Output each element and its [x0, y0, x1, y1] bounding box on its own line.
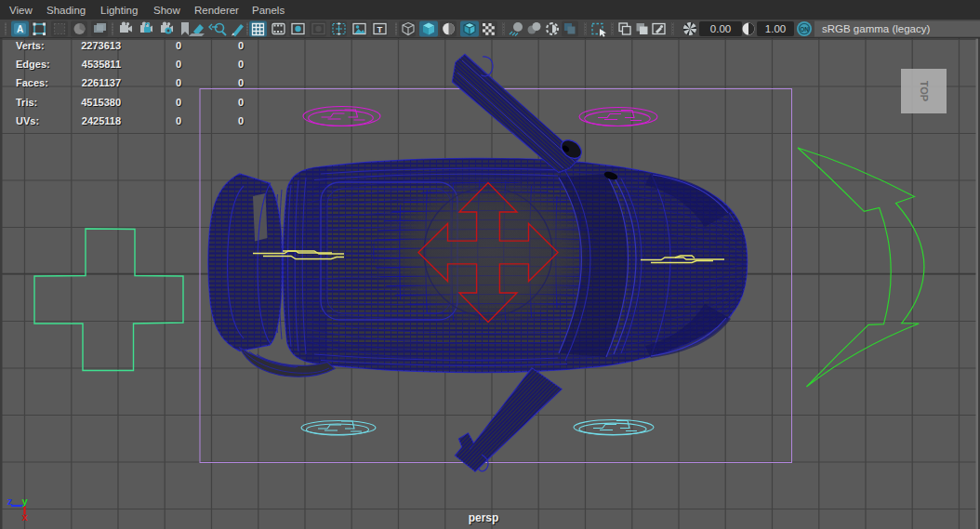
svg-text:0: 0 — [238, 40, 244, 51]
svg-text:Faces:: Faces: — [16, 77, 48, 88]
svg-text:T: T — [377, 24, 383, 34]
svg-text:Lighting: Lighting — [100, 5, 138, 16]
svg-text:0.00: 0.00 — [710, 23, 731, 34]
svg-text:z: z — [7, 496, 13, 507]
svg-text:0: 0 — [238, 77, 244, 88]
svg-text:View: View — [9, 5, 33, 16]
svg-text:x: x — [21, 511, 28, 522]
svg-text:0: 0 — [238, 97, 244, 108]
svg-text:UVs:: UVs: — [16, 115, 39, 126]
svg-text:0: 0 — [176, 40, 181, 51]
svg-text:4535811: 4535811 — [82, 59, 121, 70]
svg-text:Tris:: Tris: — [16, 97, 37, 108]
svg-text:0: 0 — [176, 77, 181, 88]
svg-text:4515380: 4515380 — [81, 97, 121, 108]
svg-text:Show: Show — [153, 5, 180, 16]
svg-text:0: 0 — [176, 97, 181, 108]
svg-text:Renderer: Renderer — [194, 5, 239, 16]
svg-text:persp: persp — [469, 511, 499, 524]
svg-text:ON: ON — [800, 26, 809, 33]
svg-text:0: 0 — [238, 115, 244, 126]
svg-text:2273613: 2273613 — [81, 40, 121, 51]
svg-text:y: y — [21, 496, 28, 507]
svg-text:2425118: 2425118 — [82, 115, 121, 126]
svg-text:0: 0 — [176, 115, 181, 126]
svg-text:Verts:: Verts: — [16, 40, 45, 51]
svg-text:A: A — [17, 24, 23, 34]
svg-text:1.00: 1.00 — [765, 23, 786, 34]
svg-text:0: 0 — [176, 59, 181, 70]
svg-text:TOP: TOP — [919, 81, 930, 101]
svg-text:Panels: Panels — [252, 5, 285, 16]
svg-text:2261137: 2261137 — [82, 77, 121, 88]
svg-text:Edges:: Edges: — [16, 59, 50, 70]
svg-text:sRGB gamma (legacy): sRGB gamma (legacy) — [822, 23, 930, 34]
svg-text:0: 0 — [238, 59, 244, 70]
svg-text:Shading: Shading — [46, 5, 86, 16]
